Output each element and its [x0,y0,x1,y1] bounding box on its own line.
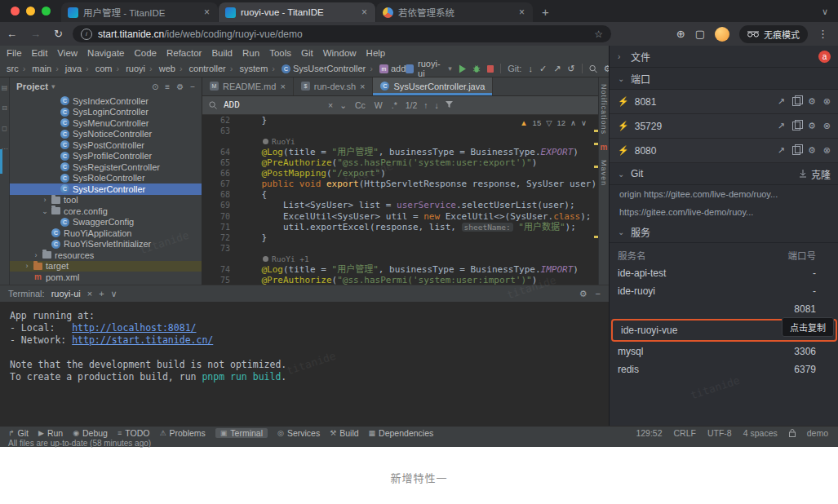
terminal-settings-icon[interactable]: ⚙ [579,289,587,299]
new-tab-button[interactable]: + [534,5,557,22]
locate-icon[interactable]: ⊙ [152,82,158,91]
menu-item[interactable]: Window [318,48,361,58]
breadcrumb-item[interactable]: m add [366,64,406,73]
notifications-stripe-button[interactable]: Notifications [600,84,608,135]
breadcrumb-item[interactable]: com [82,64,112,73]
remove-port-icon[interactable]: ⊗ [823,121,831,131]
tabs-icon[interactable]: ▢ [695,28,705,40]
breadcrumb-item[interactable]: java [51,64,82,73]
breadcrumb-item[interactable]: controller [175,64,226,73]
git-rollback-icon[interactable]: ↺ [567,64,574,74]
clear-search-icon[interactable]: × [328,100,333,110]
browser-tab[interactable]: ruoyi-vue - TitanIDE × [219,2,375,22]
service-row[interactable]: mysql 3306 [610,343,838,360]
tool-window-button[interactable]: ◎ Services [277,428,320,438]
project-tree-item[interactable]: › target [10,261,202,272]
encoding-widget[interactable]: UTF-8 [707,428,732,438]
maven-stripe-button[interactable]: Maven [600,160,608,186]
bookmark-star-icon[interactable]: ☆ [594,29,603,40]
service-row[interactable]: redis 6379 [610,360,838,378]
project-tree-item[interactable]: C SysPostController [10,139,202,151]
breadcrumb-item[interactable]: src [7,64,19,73]
close-tab-icon[interactable]: × [202,7,211,18]
bookmarks-stripe-icon[interactable]: ◻ [2,125,7,132]
menu-item[interactable]: Code [129,48,162,58]
tool-window-button[interactable]: ≡ TODO [117,428,149,438]
port-settings-icon[interactable]: ⚙ [808,121,816,131]
structure-stripe-icon[interactable]: ⊟ [2,104,7,112]
project-tree-item[interactable]: C RuoYiApplication [10,228,202,239]
project-tree-item[interactable]: C SysRoleController [10,173,202,184]
service-row[interactable]: ide-ruoyi-vue 点击复制 [611,319,837,342]
breadcrumb-item[interactable]: web [145,64,175,73]
caret-position-widget[interactable]: 129:52 [636,428,662,438]
project-tree-item[interactable]: › tool [10,195,202,206]
editor-tab[interactable]: M README.md × [202,77,294,95]
files-section-header[interactable]: › 文件 a [610,46,838,68]
project-tree-item[interactable]: C SysMenuController [10,117,202,129]
service-row[interactable]: ide-ruoyi - [610,282,838,300]
text-segment[interactable]: http://localhost:8081/ [72,322,196,334]
reload-icon[interactable]: ↻ [47,28,69,40]
tool-window-button[interactable]: ⚒ Build [330,428,358,438]
browser-menu-icon[interactable]: ⋮ [818,28,828,40]
tree-expand-icon[interactable]: › [42,196,48,204]
menu-item[interactable]: View [52,48,82,58]
project-tree-item[interactable]: C SysLoginController [10,107,202,118]
git-branch-widget[interactable]: demo [807,428,828,438]
menu-item[interactable]: Refactor [162,48,206,58]
extensions-icon[interactable]: ⊕ [676,28,685,40]
git-commit-icon[interactable]: ✓ [539,64,547,74]
menu-item[interactable]: Build [206,48,237,58]
menu-item[interactable]: Help [361,48,391,58]
search-icon[interactable] [589,64,597,73]
chevron-down-icon[interactable]: ▾ [51,82,55,91]
port-row[interactable]: ⚡ 35729 ↗ ⚙ ⊗ [610,114,838,139]
expand-search-icon[interactable]: ⌄ [339,100,347,110]
breadcrumb-item[interactable]: C SysUserController [268,64,366,73]
run-button[interactable] [459,64,466,73]
terminal-dropdown-icon[interactable]: ∨ [111,289,117,299]
previous-match-icon[interactable]: ↑ [423,100,428,110]
project-tree-item[interactable]: C SysRegisterController [10,161,202,173]
editor-scrollbar[interactable] [594,115,598,285]
port-row[interactable]: ⚡ 8081 ↗ ⚙ ⊗ [610,90,838,114]
minimize-window-button[interactable] [26,7,35,15]
menu-item[interactable]: Navigate [82,48,129,58]
tool-window-button[interactable]: ◉ Debug [73,428,108,438]
project-stripe-icon[interactable]: ▤ [2,84,8,91]
project-tree-item[interactable]: C SysUserController [10,183,202,195]
debug-button[interactable] [472,64,481,73]
remove-port-icon[interactable]: ⊗ [823,96,831,107]
git-remote-url[interactable]: https://gitee.com/live-demo/ruoy... [610,203,838,221]
editor-tab[interactable]: C SysUserController.java [373,77,493,95]
project-tree-item[interactable]: m pom.xml [10,272,202,283]
close-tab-icon[interactable]: × [360,82,365,91]
stop-button[interactable] [487,65,494,73]
close-tab-icon[interactable]: × [280,82,285,91]
tool-window-button[interactable]: ↱ Git [8,428,29,438]
tool-window-button[interactable]: ▦ Dependencies [369,428,434,438]
tab-search-chevron-icon[interactable]: ∨ [822,7,838,22]
run-config-selector[interactable]: ruoyi-ui ▾ [406,59,452,78]
hide-panel-icon[interactable]: − [190,82,195,91]
minimize-terminal-icon[interactable]: − [596,289,601,299]
copy-icon[interactable] [792,146,800,155]
service-row[interactable]: 8081 [610,300,838,318]
services-section-header[interactable]: ⌄ 服务 [610,221,838,243]
back-icon[interactable]: ← [0,28,24,40]
new-terminal-icon[interactable]: + [99,289,104,298]
editor-code-area[interactable]: 62 } 63 RuoYi 64 @Log(title = "用户管理", bu… [202,115,598,285]
open-in-browser-icon[interactable]: ↗ [778,145,785,156]
project-title[interactable]: Project [16,82,48,91]
clone-button[interactable]: 克隆 [799,167,831,181]
line-separator-widget[interactable]: CRLF [674,428,696,438]
terminal-tab[interactable]: ruoyi-ui [51,289,81,298]
tool-window-button[interactable]: ⚠ Problems [159,428,205,438]
git-remote-url[interactable]: origin https://gitee.com/live-demo/ruoy.… [610,185,838,203]
tree-expand-icon[interactable]: ⌄ [42,207,48,215]
browser-tab[interactable]: 用户管理 - TitanIDE × [61,2,218,22]
address-bar[interactable]: i start.titanide.cn/ide/web/coding/ruoyi… [73,25,611,42]
tree-expand-icon[interactable]: › [33,251,39,259]
project-tree-item[interactable]: › resources [10,250,202,261]
